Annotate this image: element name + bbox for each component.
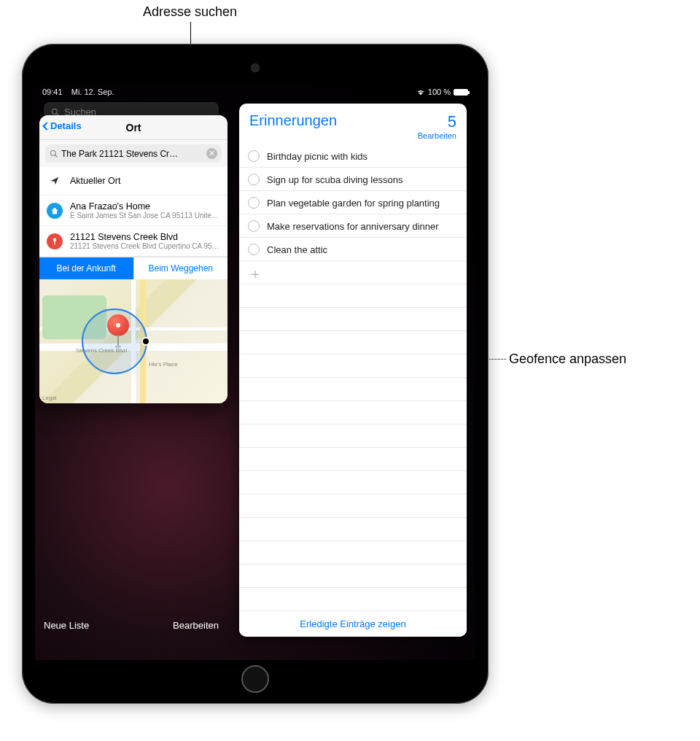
battery-percent: 100 % [428, 88, 451, 96]
popover-header: Details Ort [39, 115, 228, 140]
location-arrow-icon [47, 173, 63, 189]
reminder-radio[interactable] [248, 150, 260, 162]
map-pin-icon [107, 314, 129, 336]
reminders-edit-button[interactable]: Bearbeiten [418, 131, 456, 140]
camera-dot [252, 64, 259, 71]
segment-leave[interactable]: Beim Weggehen [133, 257, 228, 279]
map-place-label: Hie's Place [149, 361, 178, 368]
svg-line-3 [55, 155, 58, 157]
status-date: Mi. 12. Sep. [71, 88, 114, 96]
location-results: Aktueller Ort Ana Frazao's Home E Saint … [39, 167, 228, 257]
show-completed-button[interactable]: Erledigte Einträge zeigen [239, 610, 467, 637]
status-time: 09:41 [42, 88, 63, 96]
location-item-subtitle: E Saint James St San Jose CA 95113 Unite… [70, 212, 220, 220]
reminder-item[interactable]: Make reservations for anniversary dinner [239, 214, 467, 238]
location-popover: Details Ort The Park 21121 Stevens Cr… ✕… [39, 115, 228, 403]
arrive-leave-segment: Bei der Ankunft Beim Weggehen [39, 257, 228, 279]
pin-icon [47, 233, 63, 249]
svg-point-2 [51, 150, 56, 155]
reminder-item[interactable]: Birthday picnic with kids [239, 144, 467, 168]
battery-icon [454, 89, 468, 96]
search-icon [50, 150, 58, 158]
popover-title: Ort [126, 122, 141, 133]
location-item-title: 21121 Stevens Creek Blvd [70, 232, 220, 242]
home-icon [47, 203, 63, 219]
reminder-radio[interactable] [248, 244, 260, 255]
reminder-item[interactable]: Sign up for scuba diving lessons [239, 168, 467, 191]
chevron-left-icon [42, 122, 50, 130]
sidebar-footer: Neue Liste Bearbeiten [44, 620, 219, 631]
back-button[interactable]: Details [44, 120, 82, 131]
reminders-panel: Erinnerungen 5 Bearbeiten Birthday picni… [239, 104, 467, 637]
geofence-handle[interactable] [141, 337, 150, 346]
reminder-text: Birthday picnic with kids [267, 151, 368, 162]
location-item-title: Ana Frazao's Home [70, 201, 220, 212]
svg-rect-5 [54, 241, 55, 244]
back-label: Details [50, 120, 82, 131]
reminder-radio[interactable] [248, 174, 260, 185]
segment-arrive[interactable]: Bei der Ankunft [39, 257, 133, 279]
reminder-text: Plan vegetable garden for spring plantin… [267, 198, 440, 209]
reminder-text: Make reservations for anniversary dinner [267, 221, 439, 232]
reminders-title: Erinnerungen [249, 112, 337, 129]
new-list-button[interactable]: Neue Liste [44, 620, 89, 631]
reminder-text: Sign up for scuba diving lessons [267, 174, 402, 185]
status-right: 100 % [416, 88, 468, 96]
home-button[interactable] [241, 665, 269, 693]
location-item-title: Aktueller Ort [70, 176, 220, 186]
location-search-field[interactable]: The Park 21121 Stevens Cr… ✕ [45, 144, 222, 163]
callout-top: Adresse suchen [143, 4, 237, 20]
screen: 09:41 Mi. 12. Sep. 100 % Suchen Neue Lis… [35, 85, 475, 660]
popover-pointer [226, 219, 228, 230]
reminder-radio[interactable] [248, 220, 260, 232]
reminder-item[interactable]: Plan vegetable garden for spring plantin… [239, 191, 467, 214]
reminders-header: Erinnerungen 5 Bearbeiten [239, 104, 467, 144]
ipad-frame: 09:41 Mi. 12. Sep. 100 % Suchen Neue Lis… [22, 44, 489, 704]
location-item-home[interactable]: Ana Frazao's Home E Saint James St San J… [39, 195, 228, 226]
reminder-radio[interactable] [248, 197, 260, 209]
location-search-text: The Park 21121 Stevens Cr… [61, 149, 206, 159]
reminder-item[interactable]: Clean the attic [239, 238, 467, 261]
add-reminder-button[interactable]: ＋ [239, 261, 467, 287]
callout-right: Geofence anpassen [509, 352, 626, 367]
status-bar: 09:41 Mi. 12. Sep. 100 % [35, 85, 475, 98]
svg-point-0 [52, 109, 58, 114]
reminders-count: 5 [418, 112, 456, 131]
sidebar-edit-button[interactable]: Bearbeiten [173, 620, 219, 631]
map-legal-link[interactable]: Legal [42, 395, 57, 401]
wifi-icon [416, 89, 425, 96]
location-item-subtitle: 21121 Stevens Creek Blvd Cupertino CA 95… [70, 242, 220, 250]
location-item-address[interactable]: 21121 Stevens Creek Blvd 21121 Stevens C… [39, 226, 228, 257]
status-left: 09:41 Mi. 12. Sep. [42, 88, 114, 96]
map-view[interactable]: Stevens Creek Blvd Hie's Place Legal [39, 279, 228, 403]
clear-search-button[interactable]: ✕ [206, 148, 217, 159]
reminder-text: Clean the attic [267, 244, 327, 255]
location-item-current[interactable]: Aktueller Ort [39, 167, 228, 195]
reminders-list: Birthday picnic with kids Sign up for sc… [239, 144, 467, 610]
